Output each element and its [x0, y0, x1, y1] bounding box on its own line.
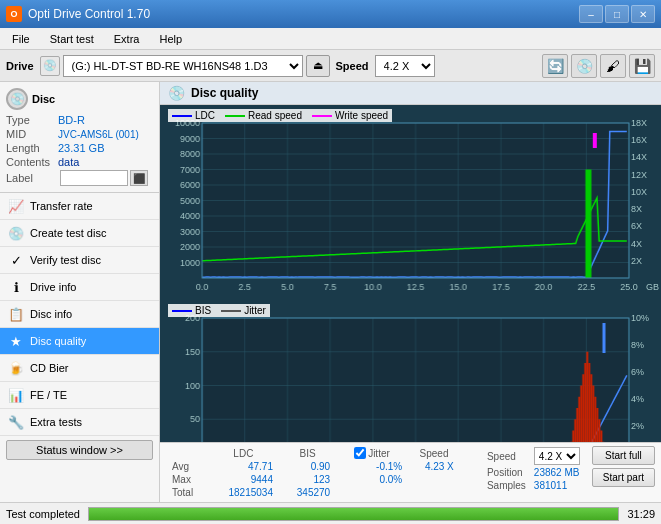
total-row: Total 18215034 345270: [166, 486, 475, 499]
menu-start-test[interactable]: Start test: [42, 31, 102, 47]
avg-label: Avg: [166, 460, 208, 473]
col-ldc: LDC: [208, 446, 279, 460]
cd-bier-icon: 🍺: [8, 360, 24, 376]
disc-info-icon: 📋: [8, 306, 24, 322]
col-jitter: Jitter: [348, 446, 408, 460]
type-value: BD-R: [58, 114, 85, 126]
disc-title: Disc: [32, 93, 55, 105]
stats-table: LDC BIS Jitter Speed: [166, 446, 475, 499]
legend-write: Write speed: [312, 110, 388, 121]
chart-bottom: BIS Jitter: [160, 300, 661, 442]
transfer-rate-label: Transfer rate: [30, 200, 93, 212]
disc-quality-header-icon: 💿: [168, 85, 185, 101]
total-ldc: 18215034: [208, 486, 279, 499]
disc-icon: 💿: [6, 88, 28, 110]
status-window-button[interactable]: Status window >>: [6, 440, 153, 460]
read-color: [225, 115, 245, 117]
avg-speed: 4.23 X: [408, 460, 460, 473]
position-row: Position 23862 MB: [483, 466, 584, 479]
label-save-button[interactable]: ⬛: [130, 170, 148, 186]
drive-eject-button[interactable]: ⏏: [306, 55, 330, 77]
sidebar-item-disc-info[interactable]: 📋 Disc info: [0, 301, 159, 328]
drive-cd-icon: 💿: [40, 56, 60, 76]
position-label: Position: [483, 466, 530, 479]
disc-quality-label: Disc quality: [30, 335, 86, 347]
sidebar-item-extra-tests[interactable]: 🔧 Extra tests: [0, 409, 159, 436]
jitter-checkbox[interactable]: [354, 447, 366, 459]
bis-label: BIS: [195, 305, 211, 316]
avg-ldc: 47.71: [208, 460, 279, 473]
maximize-button[interactable]: □: [605, 5, 629, 23]
app-title: Opti Drive Control 1.70: [28, 7, 150, 21]
sidebar-item-cd-bier[interactable]: 🍺 CD Bier: [0, 355, 159, 382]
contents-label: Contents: [6, 156, 58, 168]
sidebar: 💿 Disc Type BD-R MID JVC-AMS6L (001) Len…: [0, 82, 160, 502]
main-area: 💿 Disc Type BD-R MID JVC-AMS6L (001) Len…: [0, 82, 661, 502]
ldc-chart: [160, 105, 661, 300]
stats-area: LDC BIS Jitter Speed: [160, 442, 661, 502]
total-bis: 345270: [279, 486, 336, 499]
cd-bier-label: CD Bier: [30, 362, 69, 374]
drive-label: Drive: [6, 60, 34, 72]
drive-selector[interactable]: (G:) HL-DT-ST BD-RE WH16NS48 1.D3: [63, 55, 303, 77]
mid-value: JVC-AMS6L (001): [58, 129, 139, 140]
toolbar-refresh-button[interactable]: 🔄: [542, 54, 568, 78]
max-ldc: 9444: [208, 473, 279, 486]
app-icon: O: [6, 6, 22, 22]
start-full-button[interactable]: Start full: [592, 446, 655, 465]
contents-value: data: [58, 156, 79, 168]
sidebar-item-disc-quality[interactable]: ★ Disc quality: [0, 328, 159, 355]
start-part-button[interactable]: Start part: [592, 468, 655, 487]
samples-label: Samples: [483, 479, 530, 492]
chart-area: LDC Read speed Write speed: [160, 105, 661, 442]
menu-bar: File Start test Extra Help: [0, 28, 661, 50]
samples-row: Samples 381011: [483, 479, 584, 492]
legend-jitter: Jitter: [221, 305, 266, 316]
fe-te-icon: 📊: [8, 387, 24, 403]
disc-info-label: Disc info: [30, 308, 72, 320]
verify-test-icon: ✓: [8, 252, 24, 268]
minimize-button[interactable]: –: [579, 5, 603, 23]
verify-test-label: Verify test disc: [30, 254, 101, 266]
speed-stat-value: 4.2 X: [530, 446, 584, 466]
close-button[interactable]: ✕: [631, 5, 655, 23]
menu-help[interactable]: Help: [151, 31, 190, 47]
speed-selector[interactable]: 4.2 X: [375, 55, 435, 77]
disc-quality-icon: ★: [8, 333, 24, 349]
progress-fill: [89, 508, 618, 520]
toolbar-paint-button[interactable]: 🖌: [600, 54, 626, 78]
speed-label: Speed: [336, 60, 369, 72]
create-test-label: Create test disc: [30, 227, 106, 239]
menu-extra[interactable]: Extra: [106, 31, 148, 47]
speed-row: Speed 4.2 X: [483, 446, 584, 466]
start-buttons: Start full Start part: [592, 446, 655, 487]
samples-value: 381011: [530, 479, 584, 492]
type-label: Type: [6, 114, 58, 126]
label-input[interactable]: [60, 170, 128, 186]
bis-chart: [160, 300, 661, 442]
speed-stat-selector[interactable]: 4.2 X: [534, 447, 580, 465]
sidebar-item-transfer-rate[interactable]: 📈 Transfer rate: [0, 193, 159, 220]
max-label: Max: [166, 473, 208, 486]
stats-right: Speed 4.2 X Position 23862 MB Samples: [483, 446, 584, 492]
status-text: Test completed: [6, 508, 80, 520]
create-test-icon: 💿: [8, 225, 24, 241]
jitter-label-legend: Jitter: [244, 305, 266, 316]
length-label: Length: [6, 142, 58, 154]
length-value: 23.31 GB: [58, 142, 104, 154]
sidebar-item-create-test[interactable]: 💿 Create test disc: [0, 220, 159, 247]
sidebar-item-fe-te[interactable]: 📊 FE / TE: [0, 382, 159, 409]
toolbar-disc-button[interactable]: 💿: [571, 54, 597, 78]
ldc-color: [172, 115, 192, 117]
toolbar-save-button[interactable]: 💾: [629, 54, 655, 78]
progress-bar: [88, 507, 619, 521]
sidebar-item-verify-test[interactable]: ✓ Verify test disc: [0, 247, 159, 274]
sidebar-item-drive-info[interactable]: ℹ Drive info: [0, 274, 159, 301]
mid-label: MID: [6, 128, 58, 140]
col-speed: Speed: [408, 446, 460, 460]
drive-bar: Drive 💿 (G:) HL-DT-ST BD-RE WH16NS48 1.D…: [0, 50, 661, 82]
extra-tests-label: Extra tests: [30, 416, 82, 428]
menu-file[interactable]: File: [4, 31, 38, 47]
label-label: Label: [6, 172, 58, 184]
disc-info-panel: 💿 Disc Type BD-R MID JVC-AMS6L (001) Len…: [0, 82, 159, 193]
